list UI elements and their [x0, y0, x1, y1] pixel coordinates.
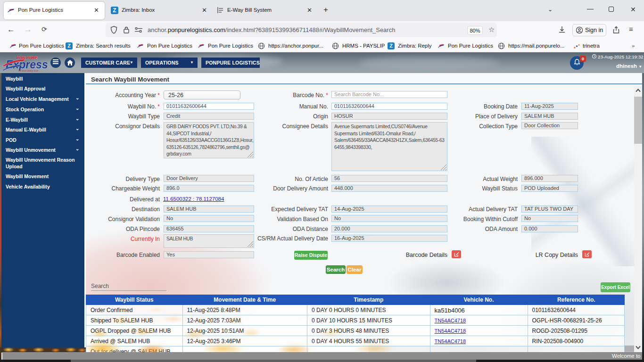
svg-text:On time every time: On time every time: [18, 69, 38, 72]
